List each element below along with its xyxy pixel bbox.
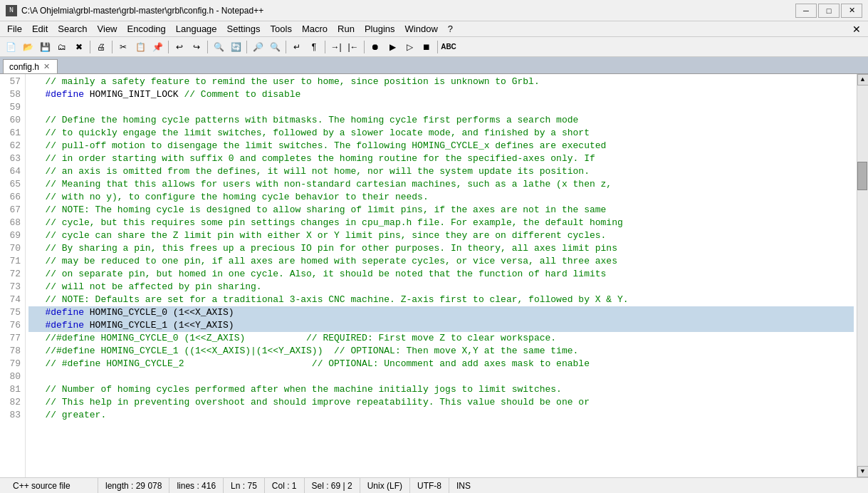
- status-bar: C++ source file length : 29 078 lines : …: [0, 477, 868, 493]
- menu-edit[interactable]: Edit: [28, 21, 52, 36]
- tb-sep6: [286, 41, 286, 53]
- tb-sep1: [90, 41, 90, 53]
- tb-macro[interactable]: ⏺: [367, 39, 383, 55]
- tb-redo[interactable]: ↪: [189, 39, 204, 55]
- code-line: // with no y), to configure the homing c…: [28, 191, 854, 204]
- code-line: // may be reduced to one pin, if all axe…: [28, 255, 854, 268]
- close-button[interactable]: ✕: [841, 4, 862, 18]
- menu-language[interactable]: Language: [172, 21, 221, 36]
- scroll-up-arrow[interactable]: ▲: [857, 74, 869, 85]
- line-number: 60: [3, 114, 21, 127]
- menu-file[interactable]: File: [3, 21, 26, 36]
- tb-paste[interactable]: 📌: [150, 39, 165, 55]
- menu-view[interactable]: View: [93, 21, 122, 36]
- tb-close[interactable]: ✖: [71, 39, 87, 55]
- code-line: // cycle, but this requires some pin set…: [28, 217, 854, 229]
- tb-wrap[interactable]: ↵: [289, 39, 305, 55]
- code-line: // This help in preventing overshoot and…: [28, 396, 854, 409]
- scroll-thumb[interactable]: [857, 162, 867, 190]
- status-encoding: UTF-8: [410, 478, 449, 493]
- tb-sep9: [437, 41, 438, 53]
- tb-sep3: [168, 41, 169, 53]
- scroll-down-arrow[interactable]: ▼: [857, 466, 869, 477]
- line-number: 61: [3, 127, 21, 140]
- app-icon: N: [6, 5, 17, 16]
- line-number: 72: [3, 268, 21, 281]
- line-number: 73: [3, 281, 21, 294]
- code-line: //#define HOMING_CYCLE_1 ((1<<X_AXIS)|(1…: [28, 345, 854, 358]
- code-line: // #define HOMING_CYCLE_2 // OPTIONAL: U…: [28, 358, 854, 370]
- menu-close-icon[interactable]: ✕: [848, 24, 865, 35]
- tb-macro-stop[interactable]: ⏹: [419, 39, 434, 55]
- tb-replace[interactable]: 🔄: [228, 39, 244, 55]
- minimize-button[interactable]: ─: [795, 4, 817, 18]
- tb-save[interactable]: 💾: [37, 39, 53, 55]
- line-number: 62: [3, 140, 21, 152]
- menu-window[interactable]: Window: [401, 21, 442, 36]
- tb-zoom-in[interactable]: 🔎: [250, 39, 266, 55]
- tb-sep7: [325, 41, 325, 53]
- line-number: 77: [3, 332, 21, 345]
- code-line: //#define HOMING_CYCLE_0 (1<<Z_AXIS) // …: [28, 332, 854, 345]
- menu-help[interactable]: ?: [444, 21, 457, 36]
- code-line: // in order starting with suffix 0 and c…: [28, 152, 854, 165]
- tb-macro-run[interactable]: ▷: [402, 39, 417, 55]
- code-line: // on separate pin, but homed in one cyc…: [28, 268, 854, 281]
- tb-zoom-out[interactable]: 🔍: [267, 39, 283, 55]
- menu-settings[interactable]: Settings: [223, 21, 265, 36]
- line-number: 63: [3, 152, 21, 165]
- line-number: 76: [3, 319, 21, 332]
- menu-plugins[interactable]: Plugins: [360, 21, 399, 36]
- code-line: // NOTE: Defaults are set for a traditio…: [28, 294, 854, 306]
- tb-copy[interactable]: 📋: [132, 39, 148, 55]
- toolbar: 📄 📂 💾 🗂 ✖ 🖨 ✂ 📋 📌 ↩ ↪ 🔍 🔄 🔎 🔍 ↵ ¶ →| |← …: [0, 37, 868, 57]
- code-line: // Number of homing cycles performed aft…: [28, 383, 854, 396]
- line-numbers: 5758596061626364656667686970717273747576…: [0, 74, 26, 477]
- tb-sep8: [364, 41, 365, 53]
- menu-run[interactable]: Run: [333, 21, 359, 36]
- line-number: 80: [3, 370, 21, 383]
- menu-bar: File Edit Search View Encoding Language …: [0, 21, 868, 37]
- tb-print[interactable]: 🖨: [93, 39, 109, 55]
- menu-macro[interactable]: Macro: [298, 21, 332, 36]
- code-line: #define HOMING_CYCLE_1 (1<<Y_AXIS): [28, 319, 854, 332]
- menu-encoding[interactable]: Encoding: [123, 21, 170, 36]
- line-number: 67: [3, 204, 21, 217]
- status-lines: lines : 416: [169, 478, 224, 493]
- tb-macro-play[interactable]: ▶: [385, 39, 400, 55]
- vertical-scrollbar[interactable]: ▲ ▼: [857, 74, 868, 477]
- tab-close-icon[interactable]: ✕: [42, 62, 51, 71]
- tb-unindent[interactable]: |←: [345, 39, 361, 55]
- tb-find[interactable]: 🔍: [211, 39, 226, 55]
- scroll-track[interactable]: [857, 85, 868, 466]
- maximize-button[interactable]: □: [818, 4, 840, 18]
- status-eol: Unix (LF): [360, 478, 410, 493]
- line-number: 78: [3, 345, 21, 358]
- menu-tools[interactable]: Tools: [266, 21, 296, 36]
- line-number: 79: [3, 358, 21, 370]
- tb-new[interactable]: 📄: [3, 39, 19, 55]
- line-number: 58: [3, 88, 21, 101]
- menu-search[interactable]: Search: [53, 21, 91, 36]
- status-col: Col : 1: [265, 478, 305, 493]
- editor-container: 5758596061626364656667686970717273747576…: [0, 74, 868, 477]
- tb-sep2: [112, 41, 113, 53]
- tab-config-h[interactable]: config.h ✕: [3, 59, 58, 73]
- tb-abc[interactable]: ABC: [441, 39, 456, 55]
- code-line: [28, 370, 854, 383]
- tb-sep5: [246, 41, 247, 53]
- tb-undo[interactable]: ↩: [172, 39, 187, 55]
- tb-open[interactable]: 📂: [20, 39, 36, 55]
- tb-saveall[interactable]: 🗂: [54, 39, 70, 55]
- line-number: 65: [3, 178, 21, 191]
- code-line: // pull-off motion to disengage the limi…: [28, 140, 854, 152]
- line-number: 57: [3, 76, 21, 88]
- status-mode: INS: [449, 478, 478, 493]
- line-number: 64: [3, 165, 21, 178]
- status-sel: Sel : 69 | 2: [305, 478, 360, 493]
- tb-cut[interactable]: ✂: [115, 39, 131, 55]
- tb-sep4: [207, 41, 208, 53]
- code-area[interactable]: // mainly a safety feature to remind the…: [26, 74, 857, 477]
- tb-indent[interactable]: →|: [328, 39, 344, 55]
- tb-all-chars[interactable]: ¶: [306, 39, 322, 55]
